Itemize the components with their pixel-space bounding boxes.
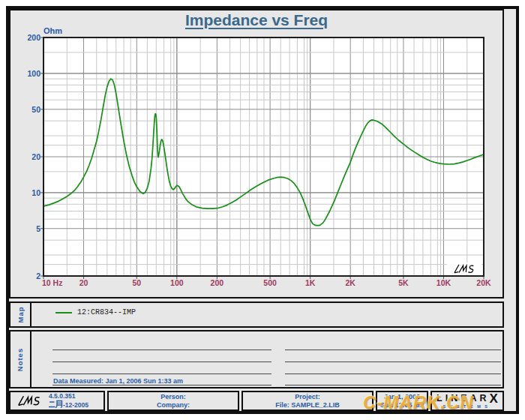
legend-swatch bbox=[56, 312, 72, 314]
note-line bbox=[285, 374, 501, 374]
y-tick-label: 10 bbox=[32, 188, 40, 197]
x-tick-label: 1K bbox=[305, 278, 315, 287]
notes-panel-label: Notes bbox=[16, 347, 25, 370]
map-panel: Map 12:CR834--IMP bbox=[9, 302, 504, 328]
map-panel-divider bbox=[30, 303, 32, 326]
version-date-rest: -12-2005 bbox=[63, 401, 88, 409]
x-tick-label: 10K bbox=[436, 278, 451, 287]
note-line bbox=[52, 385, 272, 386]
map-panel-label-wrap: Map bbox=[10, 303, 30, 326]
y-tick-label: 5 bbox=[36, 224, 40, 233]
company-label: Company: bbox=[157, 401, 190, 410]
watermark: C-MARK.CN bbox=[363, 392, 474, 413]
version-date: -12-2005 bbox=[49, 400, 88, 410]
file-label: File: SAMPLE_2.LIB bbox=[275, 401, 340, 410]
y-tick-label: 50 bbox=[32, 105, 40, 114]
version-block: 4.5.0.351 -12-2005 bbox=[49, 392, 88, 410]
note-line bbox=[52, 362, 272, 362]
data-measured-text: Data Measured: Jan 1, 2006 Sun 1:33 am bbox=[53, 377, 183, 385]
note-line bbox=[52, 374, 272, 374]
notes-panel: Notes Data Measured: Jan 1, 2006 Sun 1:3… bbox=[9, 330, 504, 388]
version-number: 4.5.0.351 bbox=[49, 392, 88, 400]
month-cjk-glyphs bbox=[49, 400, 63, 410]
x-tick-label: 5K bbox=[398, 278, 408, 287]
plot-area bbox=[44, 38, 484, 276]
note-line bbox=[285, 350, 501, 350]
x-tick-label: 20K bbox=[476, 278, 490, 287]
legend-item: 12:CR834--IMP bbox=[56, 308, 136, 316]
footer-version-cell: 4.5.0.351 -12-2005 bbox=[9, 391, 105, 411]
y-axis-labels: 20010050201052 bbox=[14, 38, 40, 276]
chart-title: Impedance vs Freq bbox=[10, 11, 502, 29]
footer-project-cell: Project: File: SAMPLE_2.LIB bbox=[242, 391, 374, 411]
lms-script-icon bbox=[449, 263, 479, 274]
x-tick-label: 20 bbox=[80, 278, 88, 287]
x-tick-label: 50 bbox=[132, 278, 141, 287]
x-tick-label: 200 bbox=[211, 278, 224, 287]
x-tick-label: 10 Hz bbox=[42, 278, 62, 287]
chart-panel: Impedance vs Freq Ohm 20010050201052 10 … bbox=[9, 9, 504, 298]
note-line bbox=[285, 385, 501, 386]
legend-series-label: 12:CR834--IMP bbox=[77, 308, 136, 316]
lms-logo-plot bbox=[447, 262, 482, 274]
x-tick-label: 2K bbox=[345, 278, 355, 287]
map-panel-label: Map bbox=[16, 307, 25, 323]
february-cjk-icon bbox=[49, 400, 63, 408]
note-line bbox=[52, 350, 272, 350]
y-tick-label: 100 bbox=[27, 69, 40, 78]
outer-frame: Impedance vs Freq Ohm 20010050201052 10 … bbox=[6, 6, 519, 414]
impedance-chart bbox=[44, 38, 484, 276]
project-label: Project: bbox=[295, 393, 320, 401]
x-tick-label: 500 bbox=[263, 278, 277, 287]
notes-panel-label-wrap: Notes bbox=[10, 332, 30, 387]
lms-logo-footer bbox=[16, 394, 43, 408]
note-line bbox=[285, 362, 501, 362]
lms-script-icon bbox=[16, 394, 43, 408]
y-tick-label: 20 bbox=[32, 152, 40, 161]
page: { "title": "Impedance vs Freq", "chart_d… bbox=[0, 0, 525, 420]
y-axis-unit-label: Ohm bbox=[44, 26, 62, 35]
x-axis-labels: 10 Hz20501002005001K2K5K10K20K bbox=[10, 278, 502, 289]
linearx-x-icon: X bbox=[490, 394, 498, 404]
notes-panel-divider bbox=[30, 332, 32, 387]
y-tick-label: 200 bbox=[27, 33, 40, 42]
person-label: Person: bbox=[160, 393, 186, 401]
x-tick-label: 100 bbox=[170, 278, 184, 287]
footer-person-cell: Person: Company: bbox=[107, 391, 239, 411]
